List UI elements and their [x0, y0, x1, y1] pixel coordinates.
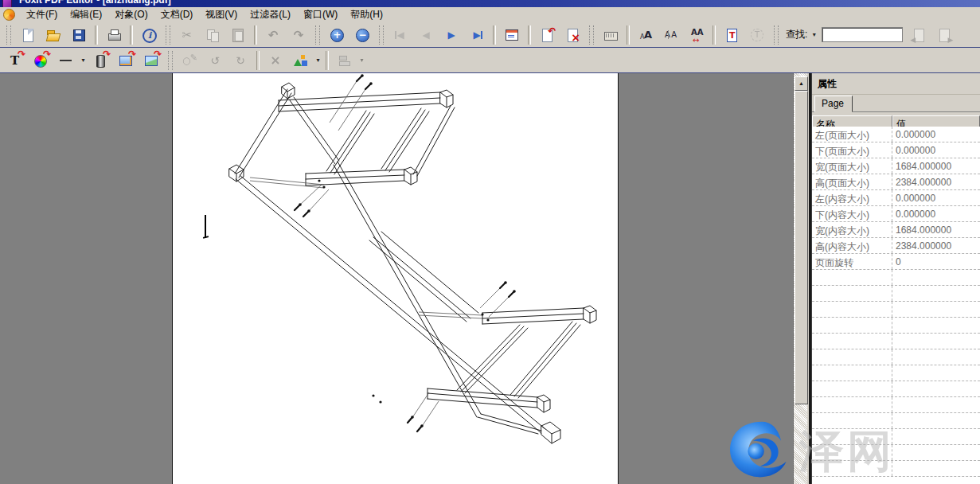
paste-button[interactable]	[228, 25, 249, 45]
tab-page[interactable]: Page	[814, 96, 853, 112]
text-attributes-button[interactable]	[747, 25, 768, 45]
toolbar-grip	[168, 51, 173, 70]
property-name	[812, 429, 892, 444]
add-text-object-button[interactable]	[5, 50, 26, 71]
property-row[interactable]	[812, 461, 980, 477]
property-row[interactable]: 高(内容大小)2384.000000	[812, 238, 980, 254]
font-width-button[interactable]	[686, 25, 708, 45]
property-value: 0.000000	[892, 127, 980, 142]
copy-icon	[205, 27, 221, 43]
line-style-options-dropdown[interactable]: ▾	[79, 57, 88, 64]
align-options-dropdown[interactable]: ▾	[357, 57, 366, 64]
rotate-left-button[interactable]	[205, 50, 226, 71]
toolbar-grip	[774, 25, 779, 45]
pdf-page[interactable]	[172, 73, 619, 484]
find-previous-button[interactable]	[908, 25, 930, 45]
property-value: 2384.000000	[892, 174, 980, 189]
add-text-icon	[724, 27, 740, 43]
property-row[interactable]: 宽(页面大小)1684.000000	[812, 158, 980, 174]
find-input[interactable]	[822, 27, 903, 42]
property-name: 左(内容大小)	[812, 190, 892, 205]
property-row[interactable]	[812, 381, 980, 397]
redo-button[interactable]	[288, 25, 310, 45]
cut-button[interactable]	[177, 25, 198, 45]
property-value: 2384.000000	[892, 238, 980, 253]
font-pair-button[interactable]	[661, 25, 682, 45]
menu-item[interactable]: 帮助(H)	[344, 6, 389, 23]
menu-item[interactable]: 编辑(E)	[64, 6, 108, 23]
image-edit-icon	[118, 53, 134, 68]
save-file-button[interactable]	[68, 25, 90, 45]
property-row[interactable]	[812, 302, 980, 318]
property-row[interactable]	[812, 429, 980, 445]
find-next-button[interactable]	[934, 25, 955, 45]
property-row[interactable]: 左(内容大小)0.000000	[812, 190, 980, 206]
next-page-button[interactable]	[441, 25, 463, 45]
property-row[interactable]	[812, 365, 980, 381]
add-shading-button[interactable]	[90, 50, 111, 71]
property-row[interactable]	[812, 270, 980, 286]
add-text-button[interactable]	[721, 25, 743, 45]
page-layout-button[interactable]	[502, 25, 523, 45]
toolbar-main: 查找:▾	[0, 22, 980, 48]
property-row[interactable]	[812, 397, 980, 413]
find-options-dropdown[interactable]: ▾	[810, 31, 818, 38]
property-name: 下(页面大小)	[812, 142, 892, 158]
document-info-button[interactable]	[139, 25, 160, 45]
property-row[interactable]	[812, 413, 980, 429]
property-row[interactable]	[812, 318, 980, 334]
zoom-in-button[interactable]	[326, 25, 348, 45]
keyboard-input-button[interactable]	[600, 25, 622, 45]
menu-item[interactable]: 窗口(W)	[297, 6, 344, 23]
undo-button[interactable]	[263, 25, 284, 45]
line-style-button[interactable]	[56, 50, 77, 71]
open-file-button[interactable]	[43, 25, 64, 45]
new-document-button[interactable]	[18, 25, 39, 45]
document-window-icon[interactable]	[3, 9, 15, 21]
edit-object-button[interactable]	[179, 50, 201, 71]
property-row[interactable]	[812, 445, 980, 461]
property-row[interactable]	[812, 334, 980, 349]
scroll-thumb[interactable]	[795, 91, 808, 404]
menu-item[interactable]: 文件(F)	[20, 6, 64, 23]
menu-item[interactable]: 过滤器(L)	[244, 6, 297, 23]
font-pair-icon	[663, 27, 679, 43]
add-image-button[interactable]	[141, 50, 162, 71]
nav-next-icon	[443, 27, 459, 43]
font-size-button[interactable]	[635, 25, 657, 45]
property-row[interactable]	[812, 349, 980, 365]
insert-shapes-button[interactable]	[291, 50, 312, 71]
menu-item[interactable]: 文档(D)	[154, 6, 200, 23]
property-row[interactable]	[812, 286, 980, 302]
print-button[interactable]	[103, 25, 125, 45]
property-row[interactable]: 下(页面大小)0.000000	[812, 142, 980, 158]
first-page-button[interactable]	[390, 25, 412, 45]
properties-panel: 属性 Page 名称 值 左(页面大小)0.000000下(页面大小)0.000…	[811, 73, 980, 484]
menu-item[interactable]: 视图(V)	[199, 6, 244, 23]
previous-page-button[interactable]	[416, 25, 437, 45]
scroll-up-button[interactable]: ▲	[795, 76, 808, 91]
delete-object-button[interactable]	[265, 50, 287, 71]
rotate-page-button[interactable]	[537, 25, 558, 45]
copy-button[interactable]	[202, 25, 224, 45]
app-icon	[2, 0, 12, 7]
property-row[interactable]: 高(页面大小)2384.000000	[812, 174, 980, 190]
vertical-scrollbar[interactable]: ▲	[793, 73, 807, 484]
print-icon	[106, 27, 122, 43]
zoom-out-button[interactable]	[352, 25, 373, 45]
property-value: 0.000000	[892, 206, 980, 221]
add-color-button[interactable]	[30, 50, 52, 71]
rotate-right-button[interactable]	[230, 50, 252, 71]
shapes-options-dropdown[interactable]: ▾	[314, 57, 322, 64]
property-row[interactable]: 下(内容大小)0.000000	[812, 206, 980, 222]
delete-page-button[interactable]	[562, 25, 584, 45]
toolbar-grip	[6, 25, 11, 45]
menu-item[interactable]: 对象(O)	[108, 6, 154, 23]
last-page-button[interactable]	[467, 25, 488, 45]
property-row[interactable]: 页面旋转0	[812, 254, 980, 270]
align-objects-button[interactable]	[334, 50, 356, 71]
document-canvas[interactable]	[0, 73, 793, 484]
property-row[interactable]: 宽(内容大小)1684.000000	[812, 222, 980, 238]
edit-image-button[interactable]	[115, 50, 137, 71]
property-row[interactable]: 左(页面大小)0.000000	[812, 127, 980, 142]
